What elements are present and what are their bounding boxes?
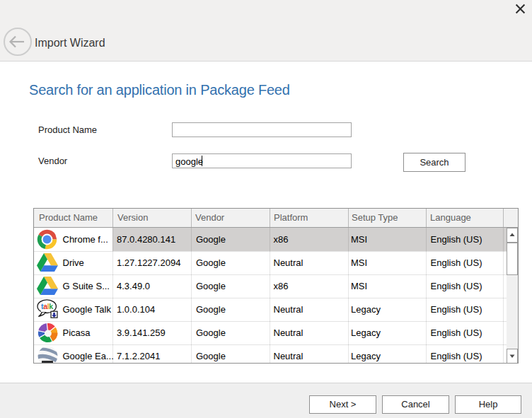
svg-text:talk: talk bbox=[41, 302, 53, 310]
